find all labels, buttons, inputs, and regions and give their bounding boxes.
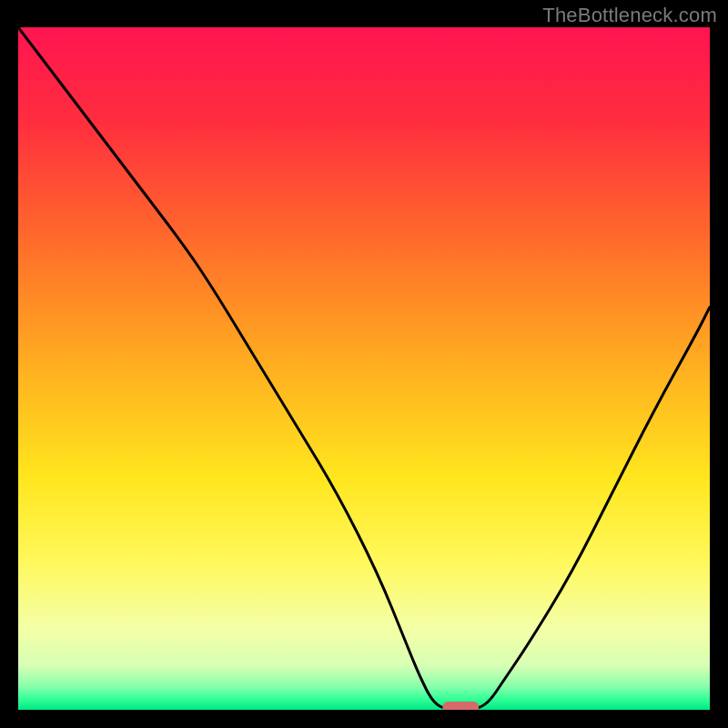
chart-frame: TheBottleneck.com: [0, 0, 728, 728]
optimal-marker: [443, 702, 480, 710]
bottleneck-curve: [18, 27, 710, 710]
watermark-text: TheBottleneck.com: [542, 4, 717, 27]
plot-area: [18, 27, 710, 710]
